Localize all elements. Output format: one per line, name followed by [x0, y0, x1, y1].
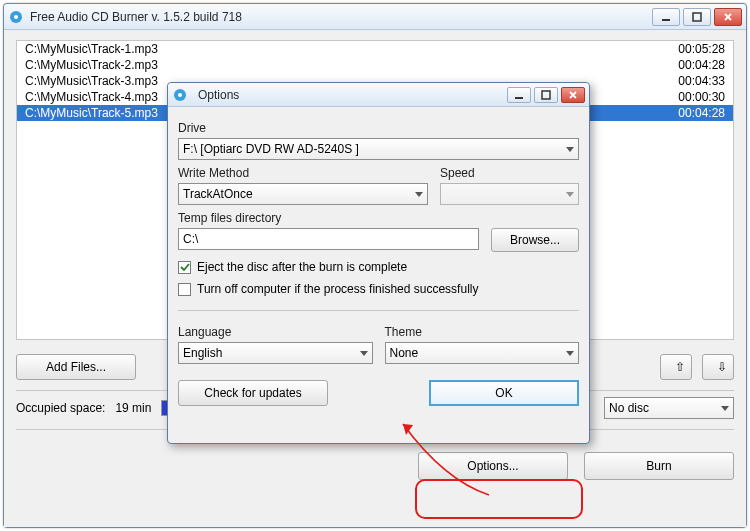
chevron-down-icon — [566, 192, 574, 197]
file-duration: 00:05:28 — [678, 41, 725, 57]
dialog-minimize-button[interactable] — [507, 87, 531, 103]
svg-rect-7 — [542, 91, 550, 99]
svg-point-5 — [178, 93, 182, 97]
file-duration: 00:04:33 — [678, 73, 725, 89]
theme-value: None — [390, 346, 419, 360]
eject-checkbox[interactable] — [178, 261, 191, 274]
file-row[interactable]: C:\MyMusic\Track-2.mp300:04:28 — [17, 57, 733, 73]
write-method-select[interactable]: TrackAtOnce — [178, 183, 428, 205]
add-files-button[interactable]: Add Files... — [16, 354, 136, 380]
minimize-button[interactable] — [652, 8, 680, 26]
language-value: English — [183, 346, 222, 360]
move-up-button[interactable]: ⇧ — [660, 354, 692, 380]
svg-point-1 — [14, 15, 18, 19]
drive-label: Drive — [178, 121, 579, 135]
write-method-label: Write Method — [178, 166, 428, 180]
drive-select-value: F:\ [Optiarc DVD RW AD-5240S ] — [183, 142, 359, 156]
close-button[interactable] — [714, 8, 742, 26]
dialog-titlebar: Options — [168, 83, 589, 107]
turnoff-checkbox[interactable] — [178, 283, 191, 296]
svg-rect-3 — [693, 13, 701, 21]
file-row[interactable]: C:\MyMusic\Track-1.mp300:05:28 — [17, 41, 733, 57]
dialog-title: Options — [198, 88, 507, 102]
theme-label: Theme — [385, 325, 580, 339]
write-method-value: TrackAtOnce — [183, 187, 253, 201]
browse-button[interactable]: Browse... — [491, 228, 579, 252]
maximize-button[interactable] — [683, 8, 711, 26]
svg-rect-6 — [515, 97, 523, 99]
disc-select[interactable]: No disc — [604, 397, 734, 419]
ok-button[interactable]: OK — [429, 380, 579, 406]
file-duration: 00:00:30 — [678, 89, 725, 105]
speed-label: Speed — [440, 166, 579, 180]
disc-select-value: No disc — [609, 401, 649, 415]
dialog-icon — [172, 87, 188, 103]
file-path: C:\MyMusic\Track-5.mp3 — [25, 105, 158, 121]
file-path: C:\MyMusic\Track-4.mp3 — [25, 89, 158, 105]
temp-dir-input[interactable] — [178, 228, 479, 250]
speed-select[interactable] — [440, 183, 579, 205]
file-path: C:\MyMusic\Track-1.mp3 — [25, 41, 158, 57]
options-button[interactable]: Options... — [418, 452, 568, 480]
chevron-down-icon — [566, 351, 574, 356]
file-path: C:\MyMusic\Track-3.mp3 — [25, 73, 158, 89]
dialog-close-button[interactable] — [561, 87, 585, 103]
svg-rect-2 — [662, 19, 670, 21]
move-down-button[interactable]: ⇩ — [702, 354, 734, 380]
options-dialog: Options Drive F:\ [Optiarc DVD RW AD-524… — [167, 82, 590, 444]
dialog-maximize-button[interactable] — [534, 87, 558, 103]
language-select[interactable]: English — [178, 342, 373, 364]
chevron-down-icon — [721, 406, 729, 411]
chevron-down-icon — [360, 351, 368, 356]
main-titlebar: Free Audio CD Burner v. 1.5.2 build 718 — [4, 4, 746, 30]
drive-select[interactable]: F:\ [Optiarc DVD RW AD-5240S ] — [178, 138, 579, 160]
burn-button[interactable]: Burn — [584, 452, 734, 480]
turnoff-checkbox-label: Turn off computer if the process finishe… — [197, 282, 478, 296]
check-updates-button[interactable]: Check for updates — [178, 380, 328, 406]
eject-checkbox-label: Eject the disc after the burn is complet… — [197, 260, 407, 274]
occupied-space-value: 19 min — [115, 401, 151, 415]
occupied-space-label: Occupied space: — [16, 401, 105, 415]
chevron-down-icon — [415, 192, 423, 197]
temp-dir-label: Temp files directory — [178, 211, 579, 225]
theme-select[interactable]: None — [385, 342, 580, 364]
app-icon — [8, 9, 24, 25]
file-duration: 00:04:28 — [678, 105, 725, 121]
window-title: Free Audio CD Burner v. 1.5.2 build 718 — [30, 10, 652, 24]
language-label: Language — [178, 325, 373, 339]
file-path: C:\MyMusic\Track-2.mp3 — [25, 57, 158, 73]
chevron-down-icon — [566, 147, 574, 152]
file-duration: 00:04:28 — [678, 57, 725, 73]
